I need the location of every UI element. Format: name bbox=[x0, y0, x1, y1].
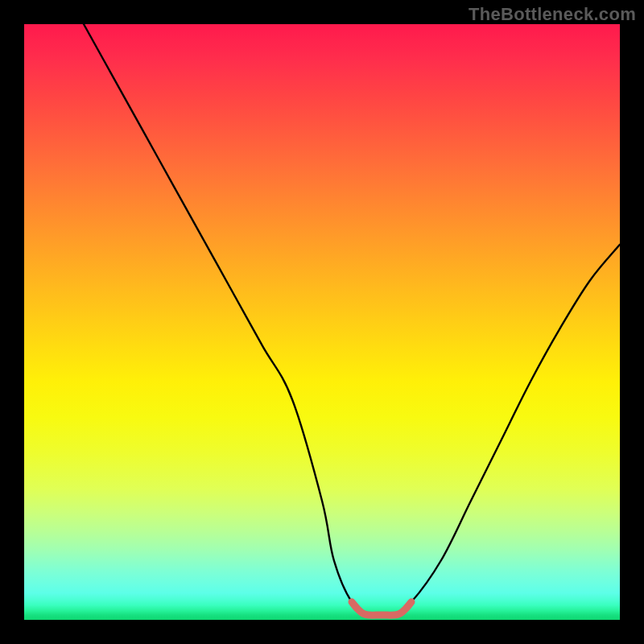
plot-area bbox=[24, 24, 620, 620]
watermark-text: TheBottleneck.com bbox=[469, 4, 636, 25]
curve-layer bbox=[24, 24, 620, 620]
optimal-floor-marker bbox=[352, 602, 411, 615]
chart-frame: TheBottleneck.com bbox=[0, 0, 644, 644]
bottleneck-curve bbox=[84, 24, 620, 615]
